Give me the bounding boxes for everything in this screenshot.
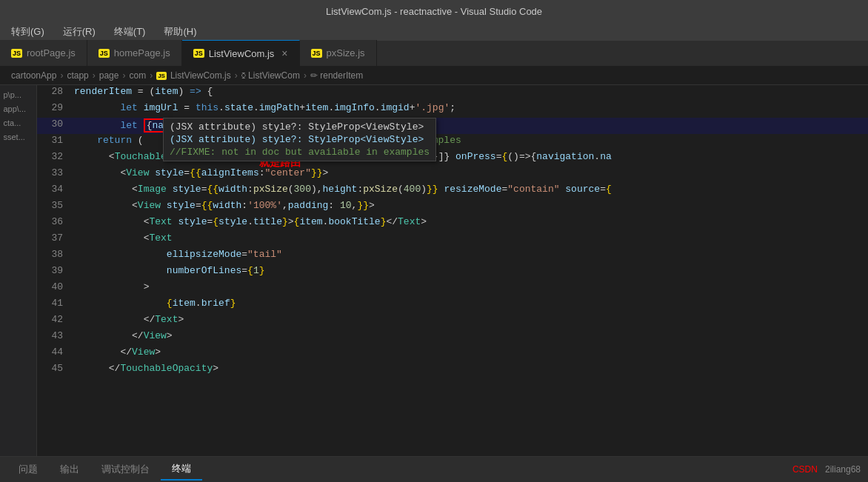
- breadcrumb-sep5: ›: [235, 70, 238, 81]
- sidebar: p\p... app\... cta... sset...: [0, 85, 37, 456]
- line-content-35: <View style={{width:'100%',padding: 10,}…: [74, 199, 868, 211]
- code-line-41: 41 {item.brief}: [37, 297, 868, 313]
- tab-pxsize[interactable]: JS pxSize.js: [300, 40, 377, 66]
- line-content-43: </View>: [74, 329, 868, 341]
- code-line-39: 39 numberOfLines={1}: [37, 264, 868, 281]
- csdn-badge: CSDN: [792, 464, 818, 475]
- editor-container: p\p... app\... cta... sset... 28 renderI…: [0, 85, 868, 456]
- line-content-28: renderItem = (item) => {: [74, 85, 868, 97]
- line-content-34: <Image style={{width:pxSize(300),height:…: [74, 183, 868, 195]
- status-tab-problems[interactable]: 问题: [7, 459, 49, 480]
- tooltip-line1: (JSX attribute) style?: StyleProp<ViewSt…: [170, 121, 430, 133]
- breadcrumb-class[interactable]: ⧲ ListViewCom: [241, 70, 300, 81]
- code-line-34: 34 <Image style={{width:pxSize(300),heig…: [37, 183, 868, 199]
- code-line-32: 32 <TouchableOpacity style={[style.flexR…: [37, 150, 868, 167]
- line-content-45: </TouchableOpacity>: [74, 362, 868, 374]
- line-num-33: 33: [37, 167, 74, 178]
- sidebar-item-2: app\...: [1, 103, 36, 115]
- status-user: 2iliang68: [825, 464, 861, 475]
- code-line-38: 38 ellipsizeMode="tail": [37, 248, 868, 264]
- code-line-29: 29 let imgUrl = this.state.imgPath+item.…: [37, 101, 868, 118]
- code-line-42: 42 </Text>: [37, 313, 868, 329]
- tab-homepage[interactable]: JS homePage.js: [87, 40, 182, 66]
- code-line-28: 28 renderItem = (item) => {: [37, 85, 868, 101]
- menu-bar: 转到(G) 运行(R) 终端(T) 帮助(H): [0, 22, 868, 41]
- code-line-44: 44 </View>: [37, 346, 868, 362]
- code-lines: 28 renderItem = (item) => { 29 let imgUr…: [37, 85, 868, 378]
- breadcrumb-sep3: ›: [122, 70, 125, 81]
- status-tab-output[interactable]: 输出: [49, 459, 90, 480]
- code-line-37: 37 <Text: [37, 232, 868, 248]
- code-line-30: 30 let {navigation} = this.props;: [37, 118, 868, 134]
- code-line-33: 33 <View style={{alignItems:"center"}}>: [37, 167, 868, 183]
- tab-rootpage[interactable]: JS rootPage.js: [0, 40, 87, 66]
- sidebar-item-4: sset...: [1, 131, 36, 143]
- breadcrumb-filename[interactable]: ListViewCom.js: [170, 70, 231, 81]
- code-line-43: 43 </View>: [37, 329, 868, 346]
- status-tabs: 问题 输出 调试控制台 终端: [0, 458, 210, 481]
- line-content-41: {item.brief}: [74, 297, 868, 309]
- tooltip-line3: //FIXME: not in doc but available in exa…: [170, 147, 430, 158]
- line-content-37: <Text: [74, 232, 868, 244]
- tab-rootpage-label: rootPage.js: [27, 47, 76, 58]
- line-num-31: 31: [37, 134, 74, 146]
- sidebar-item-3: cta...: [1, 117, 36, 129]
- line-num-28: 28: [37, 85, 74, 97]
- breadcrumb-com[interactable]: com: [129, 70, 146, 81]
- code-line-35: 35 <View style={{width:'100%',padding: 1…: [37, 199, 868, 215]
- status-tab-terminal[interactable]: 终端: [161, 458, 202, 481]
- line-num-39: 39: [37, 264, 74, 276]
- line-content-29: let imgUrl = this.state.imgPath+item.img…: [74, 101, 868, 113]
- tab-close-icon[interactable]: ×: [281, 47, 287, 59]
- tab-listviewcom[interactable]: JS ListViewCom.js ×: [182, 40, 300, 66]
- line-content-33: <View style={{alignItems:"center"}}>: [74, 167, 868, 178]
- js-icon: JS: [99, 49, 110, 58]
- menu-run[interactable]: 运行(R): [59, 24, 99, 40]
- code-line-40: 40 >: [37, 281, 868, 297]
- title-text: ListViewCom.js - reactnactive - Visual S…: [326, 6, 542, 17]
- autocomplete-tooltip: (JSX attribute) style?: StyleProp<ViewSt…: [163, 118, 436, 161]
- tab-pxsize-label: pxSize.js: [327, 47, 365, 58]
- breadcrumb-method[interactable]: ✏ renderItem: [310, 70, 363, 81]
- code-line-45: 45 </TouchableOpacity>: [37, 362, 868, 378]
- line-num-43: 43: [37, 329, 74, 341]
- breadcrumb-js-icon: JS: [156, 72, 167, 80]
- line-num-45: 45: [37, 362, 74, 374]
- line-num-29: 29: [37, 101, 74, 113]
- menu-terminal[interactable]: 终端(T): [110, 24, 150, 40]
- line-num-34: 34: [37, 183, 74, 195]
- breadcrumb: cartoonApp › ctapp › page › com › JS Lis…: [0, 67, 868, 85]
- status-right: CSDN 2iliang68: [792, 464, 868, 475]
- tab-listviewcom-label: ListViewCom.js: [209, 48, 275, 59]
- line-content-38: ellipsizeMode="tail": [74, 248, 868, 260]
- menu-goto[interactable]: 转到(G): [7, 24, 48, 40]
- tab-bar: JS rootPage.js JS homePage.js JS ListVie…: [0, 41, 868, 67]
- breadcrumb-page[interactable]: page: [99, 70, 119, 81]
- line-content-42: </Text>: [74, 313, 868, 325]
- code-line-31: 31 return ( //FIXME: not in doc but avai…: [37, 134, 868, 150]
- line-content-39: numberOfLines={1}: [74, 264, 868, 276]
- line-num-38: 38: [37, 248, 74, 260]
- line-content-40: >: [74, 281, 868, 292]
- line-num-32: 32: [37, 150, 74, 162]
- breadcrumb-ctapp[interactable]: ctapp: [67, 70, 88, 81]
- title-bar: ListViewCom.js - reactnactive - Visual S…: [0, 0, 868, 22]
- breadcrumb-sep4: ›: [150, 70, 153, 81]
- line-num-36: 36: [37, 215, 74, 227]
- line-content-44: </View>: [74, 346, 868, 358]
- sidebar-item-1: p\p...: [1, 89, 36, 101]
- status-tab-debug[interactable]: 调试控制台: [90, 459, 161, 480]
- breadcrumb-cartoonapp[interactable]: cartoonApp: [11, 70, 56, 81]
- breadcrumb-sep6: ›: [304, 70, 307, 81]
- status-bar: 问题 输出 调试控制台 终端 CSDN 2iliang68: [0, 456, 868, 482]
- menu-help[interactable]: 帮助(H): [160, 24, 200, 40]
- breadcrumb-sep2: ›: [93, 70, 96, 81]
- js-icon: JS: [311, 49, 322, 58]
- line-num-41: 41: [37, 297, 74, 309]
- line-num-40: 40: [37, 281, 74, 292]
- line-num-30: 30: [37, 118, 74, 130]
- line-num-37: 37: [37, 232, 74, 244]
- line-num-44: 44: [37, 346, 74, 358]
- js-icon: JS: [11, 49, 22, 58]
- code-editor[interactable]: 28 renderItem = (item) => { 29 let imgUr…: [37, 85, 868, 456]
